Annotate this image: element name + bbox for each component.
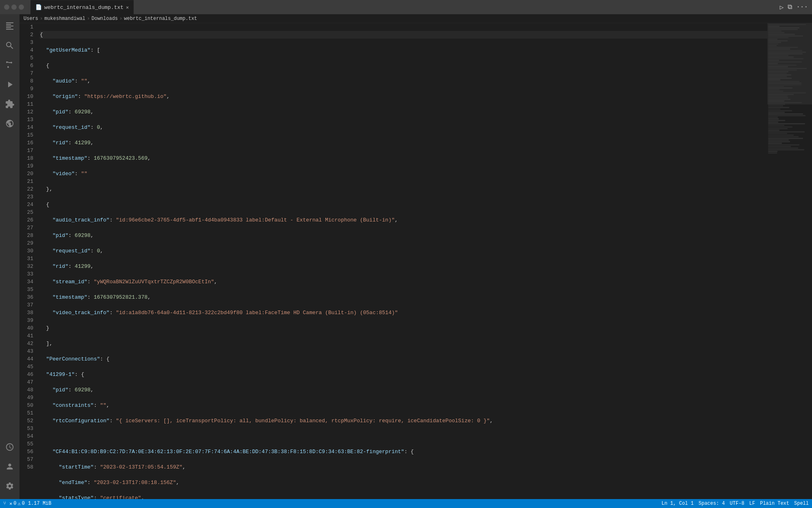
line-num: 45 <box>23 363 33 371</box>
line-num: 12 <box>23 108 33 116</box>
manage-activity-icon[interactable] <box>0 476 19 496</box>
account-activity-icon[interactable] <box>0 457 19 476</box>
line-num: 52 <box>23 417 33 425</box>
error-count: 0 <box>13 501 16 506</box>
breadcrumb-filename[interactable]: webrtc_internals_dump.txt <box>124 16 197 22</box>
code-line: "stream_id": "yWQRoaBN2WlZuUVTqxtrTZCZpR… <box>40 278 767 286</box>
code-line: "origin": "https://webrtc.github.io", <box>40 93 767 100</box>
source-control-activity-icon[interactable] <box>0 55 19 75</box>
tab-filename: webrtc_internals_dump.txt <box>44 4 123 11</box>
line-num: 48 <box>23 386 33 394</box>
code-line: "timestamp": 1676307952423.569, <box>40 154 767 162</box>
code-line: "rid": 41299, <box>40 139 767 147</box>
line-num: 42 <box>23 340 33 347</box>
title-bar-controls: ▷ ⧉ ··· <box>780 3 808 11</box>
line-num: 13 <box>23 116 33 124</box>
line-num: 56 <box>23 448 33 456</box>
search-activity-icon[interactable] <box>0 36 19 55</box>
minimap <box>767 23 812 499</box>
code-editor[interactable]: { "getUserMedia": [ { "audio": "", "orig… <box>37 23 767 499</box>
line-num: 16 <box>23 139 33 147</box>
line-num: 50 <box>23 402 33 409</box>
file-size-value: 1.17 MiB <box>28 501 52 506</box>
tab-file-icon: 📄 <box>35 4 42 11</box>
line-num: 17 <box>23 147 33 154</box>
code-line: { <box>40 201 767 208</box>
line-num: 20 <box>23 170 33 178</box>
code-line: { <box>40 31 767 39</box>
editor-body: 1 2 3 4 5 6 7 8 9 10 11 12 13 14 15 16 1… <box>19 23 812 499</box>
line-num: 2 <box>23 31 33 39</box>
warning-count: 0 <box>22 501 25 506</box>
status-bar: ⑂ ✕ 0 ⚠ 0 1.17 MiB Ln 1, Col 1 Spaces: 4… <box>0 499 812 508</box>
line-num: 40 <box>23 324 33 332</box>
main-layout: Users › mukeshmandiwal › Downloads › web… <box>0 14 812 499</box>
git-branch-item[interactable]: ⑂ <box>3 501 6 506</box>
code-line: "PeerConnections": { <box>40 355 767 363</box>
tab-bar: 📄 webrtc_internals_dump.txt ✕ <box>30 0 134 14</box>
explorer-activity-icon[interactable] <box>0 16 19 36</box>
run-controls-icon[interactable]: ▷ <box>780 3 784 11</box>
file-tab[interactable]: 📄 webrtc_internals_dump.txt ✕ <box>30 0 134 14</box>
line-num: 29 <box>23 239 33 247</box>
warning-icon: ⚠ <box>17 501 20 507</box>
line-num: 35 <box>23 286 33 293</box>
activity-bottom <box>0 437 19 499</box>
code-line: "constraints": "", <box>40 402 767 409</box>
line-num: 49 <box>23 394 33 402</box>
errors-item[interactable]: ✕ 0 ⚠ 0 <box>9 501 25 507</box>
cursor-position[interactable]: Ln 1, Col 1 <box>662 501 694 506</box>
line-num: 36 <box>23 293 33 301</box>
maximize-btn[interactable] <box>19 4 24 10</box>
line-num: 53 <box>23 425 33 432</box>
line-num: 19 <box>23 162 33 170</box>
line-num: 34 <box>23 278 33 286</box>
code-line: "audio": "", <box>40 77 767 85</box>
code-line: "pid": 69298, <box>40 232 767 239</box>
line-num: 28 <box>23 232 33 239</box>
breadcrumb-mukesh[interactable]: mukeshmandiwal <box>44 16 85 22</box>
line-num: 22 <box>23 185 33 193</box>
line-num: 3 <box>23 39 33 46</box>
line-num: 10 <box>23 93 33 100</box>
minimize-btn[interactable] <box>11 4 17 10</box>
code-line: "CF44:B1:C9:8D:B9:C2:7D:7A:0E:34:62:13:0… <box>40 448 767 456</box>
split-editor-icon[interactable]: ⧉ <box>788 3 792 11</box>
code-line: "video": "" <box>40 170 767 178</box>
encoding-item[interactable]: UTF-8 <box>730 501 745 506</box>
line-num: 11 <box>23 100 33 108</box>
code-line: }, <box>40 185 767 193</box>
line-num: 55 <box>23 440 33 448</box>
breadcrumb-users[interactable]: Users <box>24 16 38 22</box>
line-num: 7 <box>23 69 33 77</box>
line-num: 33 <box>23 270 33 278</box>
spell-item[interactable]: Spell <box>794 501 809 506</box>
code-line: "audio_track_info": "id:96e6cbe2-3765-4d… <box>40 216 767 224</box>
language-item[interactable]: Plain Text <box>760 501 789 506</box>
tab-close-icon[interactable]: ✕ <box>126 4 129 11</box>
window-controls <box>4 4 24 10</box>
code-line: "startTime": "2023-02-13T17:05:54.159Z", <box>40 463 767 471</box>
line-num: 21 <box>23 178 33 185</box>
extensions-activity-icon[interactable] <box>0 94 19 114</box>
file-size-item: 1.17 MiB <box>28 501 52 506</box>
remote-activity-icon[interactable] <box>0 114 19 133</box>
eol-item[interactable]: LF <box>749 501 755 506</box>
more-actions-icon[interactable]: ··· <box>796 3 808 11</box>
breadcrumb-downloads[interactable]: Downloads <box>91 16 118 22</box>
line-num: 6 <box>23 62 33 69</box>
line-num: 41 <box>23 332 33 340</box>
line-num: 44 <box>23 355 33 363</box>
timeline-activity-icon[interactable] <box>0 437 19 457</box>
code-line: } <box>40 324 767 332</box>
breadcrumb-sep-1: › <box>40 16 43 22</box>
code-line: "41299-1": { <box>40 371 767 378</box>
line-num: 1 <box>23 23 33 31</box>
line-num: 27 <box>23 224 33 232</box>
close-btn[interactable] <box>4 4 9 10</box>
run-activity-icon[interactable] <box>0 75 19 94</box>
line-num: 5 <box>23 54 33 62</box>
code-line: "pid": 69298, <box>40 108 767 116</box>
status-right: Ln 1, Col 1 Spaces: 4 UTF-8 LF Plain Tex… <box>662 501 809 506</box>
spaces-item[interactable]: Spaces: 4 <box>699 501 725 506</box>
